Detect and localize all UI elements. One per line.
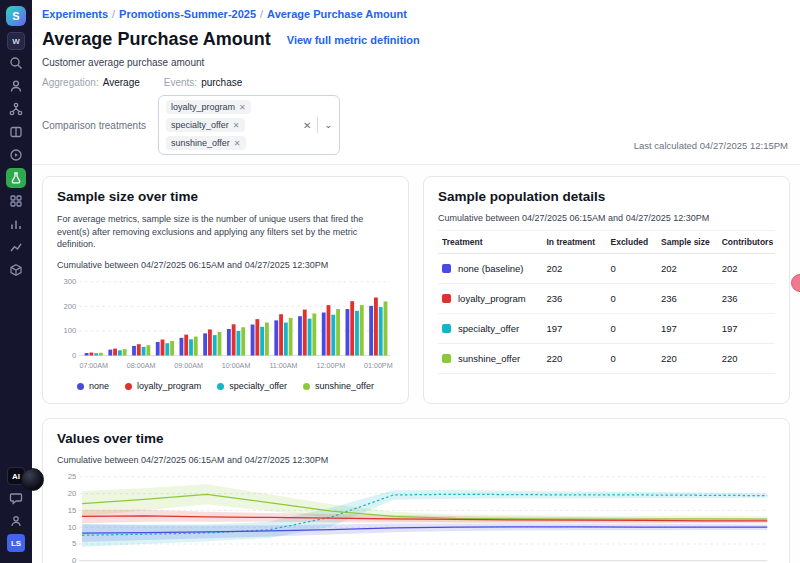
chip-label: specialty_offer bbox=[171, 120, 229, 130]
legend-item[interactable]: loyalty_program bbox=[125, 381, 201, 391]
treatment-chips: loyalty_program✕specialty_offer✕sunshine… bbox=[166, 100, 298, 150]
chip-label: sunshine_offer bbox=[171, 138, 230, 148]
legend-label: sunshine_offer bbox=[315, 381, 374, 391]
search-icon[interactable] bbox=[6, 53, 26, 73]
sample-size-title: Sample size over time bbox=[57, 189, 394, 204]
holdouts-box-icon[interactable] bbox=[6, 260, 26, 280]
sample-size-cumulative: Cumulative between 04/27/2025 06:15AM an… bbox=[57, 260, 394, 270]
svg-text:09:00AM: 09:00AM bbox=[174, 362, 203, 370]
legend-dot bbox=[125, 383, 132, 390]
col-contributors: Contributors bbox=[718, 231, 775, 254]
table-cell: 0 bbox=[606, 314, 657, 344]
table-row: none (baseline)2020202202 bbox=[438, 254, 775, 284]
svg-text:200: 200 bbox=[63, 302, 76, 311]
treatment-color-swatch bbox=[442, 294, 451, 303]
svg-text:15: 15 bbox=[68, 506, 77, 515]
breadcrumb-experiment-name[interactable]: Promotions-Summer-2025 bbox=[119, 8, 256, 20]
workspace-badge[interactable]: W bbox=[7, 32, 25, 50]
svg-text:07:00AM: 07:00AM bbox=[79, 362, 108, 370]
svg-text:300: 300 bbox=[63, 277, 76, 286]
svg-text:0: 0 bbox=[72, 557, 76, 563]
main-content: Experiments/Promotions-Summer-2025/Avera… bbox=[32, 0, 800, 563]
board-icon[interactable] bbox=[6, 122, 26, 142]
last-calculated-text: Last calculated 04/27/2025 12:15PM bbox=[634, 140, 788, 151]
col-treatment: Treatment bbox=[438, 231, 542, 254]
table-row: sunshine_offer2200220220 bbox=[438, 344, 775, 374]
chevron-down-icon[interactable]: ⌄ bbox=[324, 120, 332, 130]
values-chart[interactable]: 051015202507:00AM07:30AM08:00AM08:30AM09… bbox=[57, 472, 775, 563]
apps-grid-icon[interactable] bbox=[6, 191, 26, 211]
treatment-chip[interactable]: sunshine_offer✕ bbox=[166, 136, 246, 150]
table-cell: 220 bbox=[657, 344, 718, 374]
table-cell: 0 bbox=[606, 254, 657, 284]
table-cell: 0 bbox=[606, 284, 657, 314]
chip-remove-icon[interactable]: ✕ bbox=[239, 103, 246, 112]
population-card: Sample population details Cumulative bet… bbox=[423, 176, 790, 404]
chip-remove-icon[interactable]: ✕ bbox=[233, 121, 240, 130]
treatment-name: none (baseline) bbox=[458, 263, 524, 274]
account-icon[interactable] bbox=[6, 511, 26, 531]
svg-text:25: 25 bbox=[68, 473, 77, 482]
col-sample-size: Sample size bbox=[657, 231, 718, 254]
svg-text:0: 0 bbox=[72, 351, 76, 360]
legend-label: loyalty_program bbox=[137, 381, 201, 391]
view-metric-definition-link[interactable]: View full metric definition bbox=[287, 34, 420, 46]
col-excluded: Excluded bbox=[606, 231, 657, 254]
population-cumulative: Cumulative between 04/27/2025 06:15AM an… bbox=[438, 213, 775, 223]
user-workspace-badge[interactable]: LS bbox=[7, 534, 25, 552]
svg-text:01:00PM: 01:00PM bbox=[364, 362, 393, 370]
table-cell: 202 bbox=[657, 254, 718, 284]
svg-text:11:00AM: 11:00AM bbox=[269, 362, 297, 370]
treatment-select[interactable]: loyalty_program✕specialty_offer✕sunshine… bbox=[158, 95, 340, 155]
legend-dot bbox=[77, 383, 84, 390]
chip-remove-icon[interactable]: ✕ bbox=[234, 139, 241, 148]
pulse-icon[interactable] bbox=[6, 145, 26, 165]
svg-text:08:00AM: 08:00AM bbox=[127, 362, 156, 370]
treatment-chip[interactable]: loyalty_program✕ bbox=[166, 100, 251, 114]
table-row: specialty_offer1970197197 bbox=[438, 314, 775, 344]
experiments-flask-icon[interactable] bbox=[6, 168, 26, 188]
metric-subtitle: Customer average purchase amount bbox=[42, 57, 788, 68]
legend-item[interactable]: specialty_offer bbox=[217, 381, 287, 391]
legend-dot bbox=[303, 383, 310, 390]
comparison-treatments-label: Comparison treatments bbox=[42, 120, 146, 131]
svg-text:100: 100 bbox=[63, 326, 76, 335]
treatment-color-swatch bbox=[442, 354, 451, 363]
table-cell: 0 bbox=[606, 344, 657, 374]
sample-size-legend: noneloyalty_programspecialty_offersunshi… bbox=[57, 381, 394, 391]
app-logo[interactable]: S bbox=[6, 6, 26, 26]
breadcrumb-metric-name[interactable]: Average Purchase Amount bbox=[267, 8, 407, 20]
table-cell: 220 bbox=[542, 344, 606, 374]
feedback-chat-icon[interactable] bbox=[6, 488, 26, 508]
flow-icon[interactable] bbox=[6, 99, 26, 119]
table-cell: 202 bbox=[718, 254, 775, 284]
values-card: Values over time Cumulative between 04/2… bbox=[42, 418, 790, 563]
svg-text:10:00AM: 10:00AM bbox=[222, 362, 251, 370]
values-cumulative: Cumulative between 04/27/2025 06:15AM an… bbox=[57, 455, 775, 465]
legend-item[interactable]: none bbox=[77, 381, 109, 391]
legend-item[interactable]: sunshine_offer bbox=[303, 381, 374, 391]
ai-assistant-fab[interactable] bbox=[21, 468, 44, 491]
metrics-bars-icon[interactable] bbox=[6, 214, 26, 234]
select-clear-icon[interactable]: ✕ bbox=[303, 120, 311, 131]
table-row: loyalty_program2360236236 bbox=[438, 284, 775, 314]
table-cell: 236 bbox=[657, 284, 718, 314]
users-icon[interactable] bbox=[6, 76, 26, 96]
breadcrumb-separator: / bbox=[256, 8, 267, 20]
legend-label: specialty_offer bbox=[229, 381, 287, 391]
breadcrumb: Experiments/Promotions-Summer-2025/Avera… bbox=[42, 8, 788, 20]
sample-size-chart[interactable]: 010020030007:00AM08:00AM09:00AM10:00AM11… bbox=[57, 277, 394, 377]
table-cell: 236 bbox=[542, 284, 606, 314]
events-value: purchase bbox=[201, 77, 242, 88]
table-cell: 197 bbox=[542, 314, 606, 344]
table-cell: 202 bbox=[542, 254, 606, 284]
insights-line-icon[interactable] bbox=[6, 237, 26, 257]
breadcrumb-separator: / bbox=[108, 8, 119, 20]
breadcrumb-experiments[interactable]: Experiments bbox=[42, 8, 108, 20]
population-title: Sample population details bbox=[438, 189, 775, 204]
events-label: Events: bbox=[164, 77, 197, 88]
sample-size-card: Sample size over time For average metric… bbox=[42, 176, 409, 404]
treatment-chip[interactable]: specialty_offer✕ bbox=[166, 118, 245, 132]
svg-text:20: 20 bbox=[68, 489, 77, 498]
table-cell: 220 bbox=[718, 344, 775, 374]
